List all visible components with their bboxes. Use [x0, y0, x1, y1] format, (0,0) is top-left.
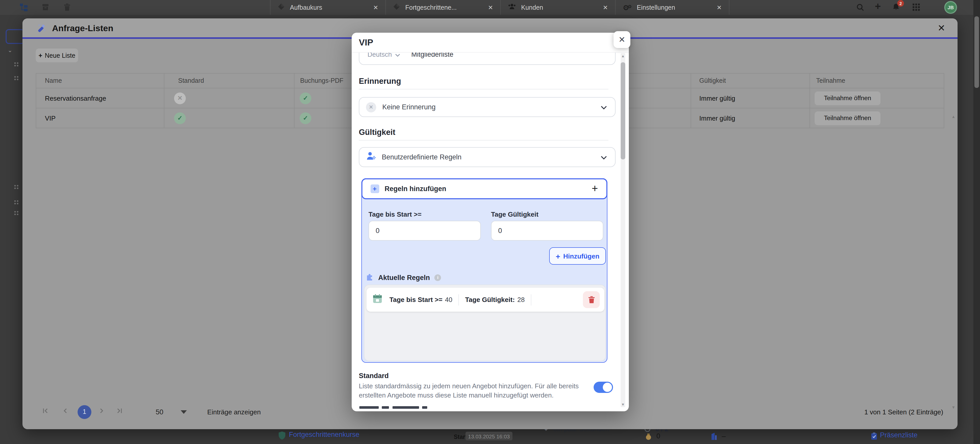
column-header-name[interactable]: Name: [36, 73, 164, 88]
apps-grid-icon[interactable]: [913, 3, 920, 13]
tab-einstellungen[interactable]: ⚙⚙ Einstellungen ✕: [615, 0, 729, 15]
add-icon[interactable]: +: [875, 0, 881, 12]
expand-plus-icon[interactable]: +: [592, 184, 598, 194]
duration-text: ein paar Sekunden: [553, 429, 609, 433]
prev-page-icon[interactable]: [62, 407, 67, 417]
background-page-row: Fortgeschrittenenkurse ◆ ein paar Sekund…: [0, 429, 980, 444]
trash-icon-topbar[interactable]: [63, 3, 71, 13]
tab-label: Einstellungen: [637, 4, 675, 11]
dialog-scrollbar-thumb[interactable]: [620, 62, 625, 160]
first-page-icon[interactable]: [42, 407, 49, 417]
new-list-label: Neue Liste: [45, 52, 76, 59]
divider: [359, 89, 608, 89]
check-icon: ✓: [300, 112, 311, 124]
close-tab-icon[interactable]: ✕: [590, 4, 608, 11]
attendance-link[interactable]: Präsenzliste: [880, 431, 918, 439]
page-scrollbar-thumb[interactable]: [974, 16, 979, 88]
standard-heading: Standard: [359, 372, 389, 380]
clipped-text-fragment: [360, 406, 379, 409]
notification-badge: 2: [897, 0, 904, 6]
info-icon[interactable]: i: [434, 274, 441, 281]
column-header-standard[interactable]: Standard: [164, 73, 294, 88]
reminder-select[interactable]: ✕ Keine Erinnerung: [359, 97, 616, 117]
page-size-value[interactable]: 50: [156, 408, 163, 416]
page-size-dropdown-icon[interactable]: [181, 410, 187, 414]
list-item-dots: [14, 62, 16, 64]
rule-valid-value: 28: [517, 296, 525, 303]
vip-dialog: Deutsch Mitgliederliste VIP Erinnerung ✕…: [352, 33, 629, 411]
scroll-down-icon[interactable]: ▼: [951, 405, 956, 410]
validity-select[interactable]: Benutzerdefinierte Regeln: [359, 147, 616, 167]
page-scrollbar[interactable]: [974, 0, 980, 444]
dialog-scrollbar[interactable]: ▲ ▼: [620, 53, 625, 407]
standard-cell: ✕: [164, 88, 294, 108]
pagination-summary: 1 von 1 Seiten (2 Einträge): [864, 408, 943, 416]
gears-icon: ⚙⚙: [623, 3, 632, 11]
next-page-icon[interactable]: [100, 407, 105, 417]
add-rule-button[interactable]: + Hinzufügen: [549, 247, 606, 265]
close-icon: ✕: [619, 35, 625, 45]
open-participation-button[interactable]: Teilnahme öffnen: [815, 91, 880, 105]
delete-rule-button[interactable]: [583, 291, 600, 308]
days-valid-label: Tage Gültigkeit: [491, 211, 538, 218]
rule-valid-label: Tage Gültigkeit:: [465, 296, 515, 303]
tab-label: Kunden: [521, 4, 543, 11]
days-valid-input[interactable]: [491, 221, 603, 241]
open-participation-button[interactable]: Teilnahme öffnen: [815, 111, 880, 125]
chevron-down-icon: [601, 102, 607, 112]
calendar-icon: [372, 294, 382, 305]
clipped-text-fragment: [382, 406, 389, 409]
days-until-start-input[interactable]: [369, 221, 481, 241]
close-modal-icon[interactable]: ✕: [938, 22, 945, 34]
validity-value: Benutzerdefinierte Regeln: [382, 153, 461, 161]
close-tab-icon[interactable]: ✕: [703, 4, 722, 11]
list-item-dots: [14, 76, 16, 78]
coin-icon: [645, 433, 652, 442]
standard-toggle[interactable]: [593, 382, 613, 393]
tab-fortgeschrittene[interactable]: Fortgeschrittene... ✕: [385, 0, 500, 15]
current-rules-row: Aktuelle Regeln i: [366, 272, 441, 283]
search-icon[interactable]: [856, 3, 864, 13]
avatar[interactable]: JB: [944, 1, 957, 14]
validity-cell: Immer gültig: [691, 88, 810, 108]
close-tab-icon[interactable]: ✕: [360, 4, 378, 11]
participation-cell: Teilnahme öffnen: [810, 88, 944, 108]
column-header-participation[interactable]: Teilnahme: [810, 73, 944, 88]
clipped-text-fragment: [422, 406, 427, 409]
modal-title: Anfrage-Listen: [52, 24, 113, 34]
standard-description: Liste standardmässig zu jedem neuen Ange…: [359, 382, 584, 400]
custom-rules-panel: + Regeln hinzufügen + Tage bis Start >= …: [361, 178, 608, 363]
course-link[interactable]: Fortgeschrittenenkurse: [289, 431, 360, 438]
scroll-up-icon[interactable]: ▲: [621, 54, 625, 58]
sitemap-icon[interactable]: [19, 3, 28, 14]
cross-icon: ✕: [174, 92, 186, 104]
add-rules-header[interactable]: + Regeln hinzufügen +: [361, 178, 607, 199]
tab-label: Fortgeschrittene...: [405, 4, 457, 11]
plus-icon: +: [38, 52, 42, 59]
list-item-dots: [14, 200, 16, 202]
start-date-value: 13.03.2025 16:03: [468, 433, 510, 439]
start-label: Start: [454, 434, 467, 440]
scroll-up-icon[interactable]: ▲: [951, 115, 956, 119]
vip-dialog-body: Deutsch Mitgliederliste VIP Erinnerung ✕…: [352, 33, 629, 411]
last-page-icon[interactable]: [116, 407, 123, 417]
close-dialog-button[interactable]: ✕: [614, 31, 630, 48]
close-tab-icon[interactable]: ✕: [475, 4, 493, 11]
current-page-button[interactable]: 1: [78, 405, 91, 419]
dialog-title: VIP: [359, 37, 373, 48]
tab-aufbaukurs[interactable]: Aufbaukurs ✕: [270, 0, 385, 15]
standard-cell: ✓: [164, 108, 294, 128]
tab-kunden[interactable]: Kunden ✕: [500, 0, 615, 15]
pagination: 1 50 Einträge anzeigen: [42, 402, 261, 421]
column-header-validity[interactable]: Gültigkeit: [691, 73, 810, 88]
validity-cell: Immer gültig: [691, 108, 810, 128]
current-page-number: 1: [83, 408, 86, 415]
coins-value: 0: [656, 432, 660, 440]
new-list-button[interactable]: + Neue Liste: [36, 48, 78, 62]
chevron-down-icon: [601, 153, 607, 162]
start-date-chip: 13.03.2025 16:03: [466, 432, 512, 441]
archive-icon[interactable]: [41, 3, 49, 13]
rule-start-label: Tage bis Start >=: [390, 296, 442, 303]
scroll-down-icon[interactable]: ▼: [621, 402, 625, 406]
days-until-start-label: Tage bis Start >=: [369, 211, 422, 218]
